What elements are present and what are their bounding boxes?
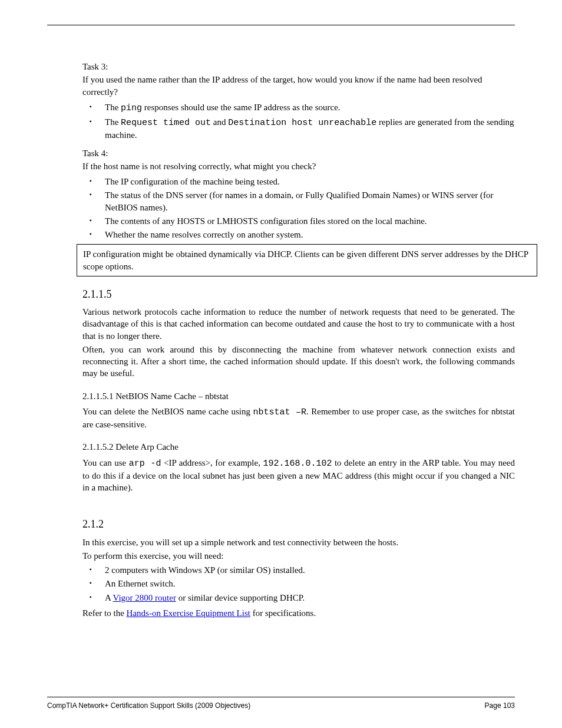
body-text: Refer to the Hands-on Exercise Equipment…	[82, 607, 515, 619]
code-arp-d: arp -d	[129, 459, 161, 469]
task4-bullets: The IP configuration of the machine bein…	[82, 176, 515, 241]
list-item: An Ethernet switch.	[82, 578, 515, 589]
code-nbtstat: nbtstat –R	[253, 407, 306, 417]
main-content: Task 3: If you used the name rather than…	[82, 61, 515, 619]
top-rule	[47, 25, 515, 25]
list-item: Whether the name resolves correctly on a…	[82, 229, 515, 241]
heading-2-1-2: 2.1.2	[82, 517, 515, 531]
heading-2-1-1-5: 2.1.1.5	[82, 287, 515, 301]
list-item: The Request timed out and Destination ho…	[82, 116, 515, 141]
body-text: In this exercise, you will set up a simp…	[82, 536, 515, 548]
task3-question: If you used the name rather than the IP …	[82, 74, 515, 98]
body-text: You can use arp -d <IP address>, for exa…	[82, 457, 515, 494]
footer-right: Page 103	[485, 701, 515, 710]
task4-label: Task 4:	[82, 147, 515, 159]
code-timeout: Request timed out	[121, 118, 211, 128]
list-item: The status of the DNS server (for names …	[82, 189, 515, 213]
heading-arp: 2.1.1.5.2 Delete Arp Cache	[82, 441, 515, 453]
note-box: IP configuration might be obtained dynam…	[77, 244, 537, 276]
task3-bullets: The ping responses should use the same I…	[82, 101, 515, 141]
body-text: Often, you can work around this by disco…	[82, 344, 515, 380]
code-ping: ping	[121, 103, 142, 113]
task3-label: Task 3:	[82, 61, 515, 73]
list-item: 2 computers with Windows XP (or similar …	[82, 564, 515, 576]
heading-nbtstat: 2.1.1.5.1 NetBIOS Name Cache – nbtstat	[82, 390, 515, 402]
body-text: Various network protocols cache informat…	[82, 306, 515, 342]
body-text: You can delete the NetBIOS name cache us…	[82, 406, 515, 431]
page-footer: CompTIA Network+ Certification Support S…	[47, 701, 515, 710]
code-unreachable: Destination host unreachable	[228, 118, 376, 128]
list-item: The ping responses should use the same I…	[82, 101, 515, 114]
body-text: To perform this exercise, you will need:	[82, 550, 515, 562]
router-link[interactable]: Vigor 2800 router	[113, 593, 176, 602]
footer-rule	[47, 697, 515, 697]
list-item: The contents of any HOSTS or LMHOSTS con…	[82, 215, 515, 227]
equipment-link[interactable]: Hands-on Exercise Equipment List	[127, 608, 250, 618]
equipment-bullets: 2 computers with Windows XP (or similar …	[82, 564, 515, 604]
list-item: The IP configuration of the machine bein…	[82, 176, 515, 187]
list-item: A Vigor 2800 router or similar device su…	[82, 592, 515, 604]
footer-left: CompTIA Network+ Certification Support S…	[47, 701, 250, 710]
code-ip: 192.168.0.102	[263, 459, 332, 469]
task4-question: If the host name is not resolving correc…	[82, 160, 515, 172]
